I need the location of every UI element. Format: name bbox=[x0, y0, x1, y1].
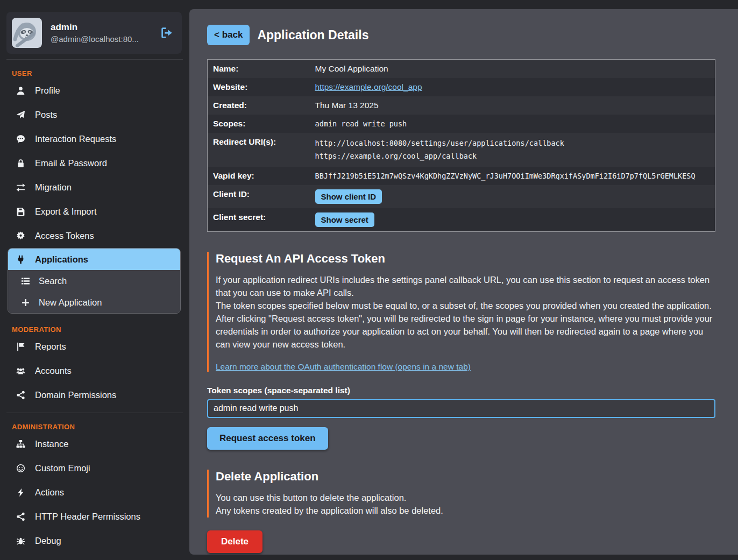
sidebar-item-label: Domain Permissions bbox=[35, 390, 116, 400]
show-secret-button[interactable]: Show secret bbox=[315, 212, 374, 227]
sidebar-item-reports[interactable]: Reports bbox=[0, 335, 189, 359]
sidebar-item-accounts[interactable]: Accounts bbox=[0, 359, 189, 383]
applications-group: Applications Search New Application bbox=[8, 248, 181, 314]
sidebar-item-label: Migration bbox=[35, 182, 72, 193]
website-link[interactable]: https://example.org/cool_app bbox=[315, 82, 422, 91]
sidebar-item-label: Search bbox=[39, 276, 67, 286]
sidebar-item-http-header-permissions[interactable]: HTTP Header Permissions bbox=[0, 505, 189, 529]
sidebar-item-applications[interactable]: Applications bbox=[8, 249, 180, 270]
request-token-section-body: Request An API Access Token If your appl… bbox=[207, 252, 715, 372]
row-value: My Cool Application bbox=[310, 60, 715, 79]
row-value: BBJffJ219b5iE512m7wQSzv4KgKDhgZZVzNyWC_r… bbox=[310, 167, 715, 185]
sidebar-item-actions[interactable]: Actions bbox=[0, 480, 189, 505]
sidebar-item-migration[interactable]: Migration bbox=[0, 175, 189, 200]
sidebar-item-posts[interactable]: Posts bbox=[0, 103, 189, 127]
delete-application-section: Delete Application You can use this butt… bbox=[207, 470, 715, 553]
oauth-docs-link[interactable]: Learn more about the OAuth authenticatio… bbox=[216, 362, 471, 372]
request-access-token-button[interactable]: Request access token bbox=[207, 427, 328, 450]
users-icon bbox=[16, 366, 25, 375]
sidebar-item-interaction-requests[interactable]: Interaction Requests bbox=[0, 127, 189, 151]
sidebar-item-applications-search[interactable]: Search bbox=[8, 270, 180, 292]
section-paragraph: Any tokens created by the application wi… bbox=[216, 505, 715, 518]
table-row-created: Created: Thu Mar 13 2025 bbox=[208, 96, 715, 115]
page-header: < back Application Details bbox=[207, 25, 715, 45]
sidebar-item-label: Interaction Requests bbox=[35, 134, 116, 144]
row-label: Created: bbox=[208, 96, 310, 115]
row-label: Website: bbox=[208, 78, 310, 96]
row-label: Vapid key: bbox=[208, 167, 310, 185]
share-nodes-icon bbox=[16, 391, 25, 400]
page-title: Application Details bbox=[257, 28, 368, 42]
token-scopes-label: Token scopes (space-separated list) bbox=[207, 386, 715, 395]
sidebar-item-access-tokens[interactable]: Access Tokens bbox=[0, 224, 189, 248]
section-paragraph: If your application redirect URIs includ… bbox=[216, 274, 715, 300]
sitemap-icon bbox=[16, 440, 25, 449]
sidebar-item-label: Profile bbox=[35, 86, 60, 96]
row-label: Client secret: bbox=[208, 208, 310, 232]
table-row-scopes: Scopes: admin read write push bbox=[208, 115, 715, 133]
sidebar-divider bbox=[6, 59, 183, 60]
lock-icon bbox=[16, 159, 25, 168]
avatar bbox=[12, 18, 42, 48]
table-row-client-id: Client ID: Show client ID bbox=[208, 185, 715, 208]
section-paragraph: You can use this button to delete the ap… bbox=[216, 492, 715, 505]
paper-plane-icon bbox=[16, 110, 25, 119]
list-icon bbox=[21, 277, 30, 286]
sidebar-item-instance[interactable]: Instance bbox=[0, 432, 189, 456]
sidebar: admin @admin@localhost:80... USER Profil… bbox=[0, 0, 189, 560]
sidebar-item-export-import[interactable]: Export & Import bbox=[0, 200, 189, 224]
sidebar-item-label: Reports bbox=[35, 342, 66, 352]
smile-icon bbox=[16, 464, 25, 473]
flag-icon bbox=[16, 342, 25, 351]
comment-dots-icon bbox=[16, 134, 25, 144]
section-header-user: USER bbox=[0, 65, 189, 79]
sidebar-item-email-password[interactable]: Email & Password bbox=[0, 151, 189, 175]
table-row-redirect-uris: Redirect URI(s): http://localhost:8080/s… bbox=[208, 133, 715, 167]
sidebar-item-label: Export & Import bbox=[35, 207, 97, 217]
show-client-id-button[interactable]: Show client ID bbox=[315, 189, 382, 204]
row-label: Name: bbox=[208, 60, 310, 79]
sidebar-item-label: Debug bbox=[35, 536, 61, 546]
sidebar-item-label: Custom Emoji bbox=[35, 463, 90, 473]
redirect-uri: https://example.org/cool_app/callback bbox=[315, 150, 710, 163]
certificate-icon bbox=[16, 231, 25, 240]
section-header-moderation: MODERATION bbox=[0, 321, 189, 335]
sidebar-item-label: Posts bbox=[35, 110, 57, 120]
bolt-icon bbox=[16, 488, 25, 497]
sign-out-icon[interactable] bbox=[160, 26, 173, 39]
sidebar-item-label: Applications bbox=[35, 254, 88, 265]
delete-button[interactable]: Delete bbox=[207, 530, 262, 553]
save-icon bbox=[16, 207, 25, 216]
section-title: Request An API Access Token bbox=[216, 252, 715, 266]
sidebar-item-label: Actions bbox=[35, 487, 64, 498]
row-label: Client ID: bbox=[208, 185, 310, 208]
sidebar-item-new-application[interactable]: New Application bbox=[8, 292, 180, 313]
application-details-table: Name: My Cool Application Website: https… bbox=[207, 59, 715, 232]
table-row-website: Website: https://example.org/cool_app bbox=[208, 78, 715, 96]
sidebar-item-domain-permissions[interactable]: Domain Permissions bbox=[0, 383, 189, 407]
sidebar-item-custom-emoji[interactable]: Custom Emoji bbox=[0, 456, 189, 480]
token-scopes-input[interactable] bbox=[207, 399, 715, 418]
app-layout: admin @admin@localhost:80... USER Profil… bbox=[0, 0, 738, 560]
section-paragraph: The token scopes specified below must be… bbox=[216, 300, 715, 313]
bug-icon bbox=[16, 536, 25, 545]
user-card[interactable]: admin @admin@localhost:80... bbox=[6, 12, 182, 54]
main-panel: < back Application Details Name: My Cool… bbox=[189, 9, 738, 555]
sidebar-item-label: Accounts bbox=[35, 366, 72, 376]
sidebar-item-label: Instance bbox=[35, 439, 68, 449]
user-icon bbox=[16, 86, 25, 95]
back-button[interactable]: < back bbox=[207, 25, 250, 45]
section-header-administration: ADMINISTRATION bbox=[0, 419, 189, 432]
sidebar-item-profile[interactable]: Profile bbox=[0, 79, 189, 103]
exchange-arrows-icon bbox=[16, 183, 25, 192]
delete-section-body: Delete Application You can use this butt… bbox=[207, 470, 715, 518]
row-value: Thu Mar 13 2025 bbox=[310, 96, 715, 115]
sidebar-item-label: Access Tokens bbox=[35, 231, 94, 241]
sidebar-item-debug[interactable]: Debug bbox=[0, 529, 189, 553]
sidebar-item-label: Email & Password bbox=[35, 158, 107, 168]
row-label: Scopes: bbox=[208, 115, 310, 133]
token-form: Token scopes (space-separated list) Requ… bbox=[207, 386, 715, 450]
row-value: admin read write push bbox=[310, 115, 715, 133]
request-token-section: Request An API Access Token If your appl… bbox=[207, 252, 715, 450]
user-name: admin bbox=[51, 22, 152, 33]
